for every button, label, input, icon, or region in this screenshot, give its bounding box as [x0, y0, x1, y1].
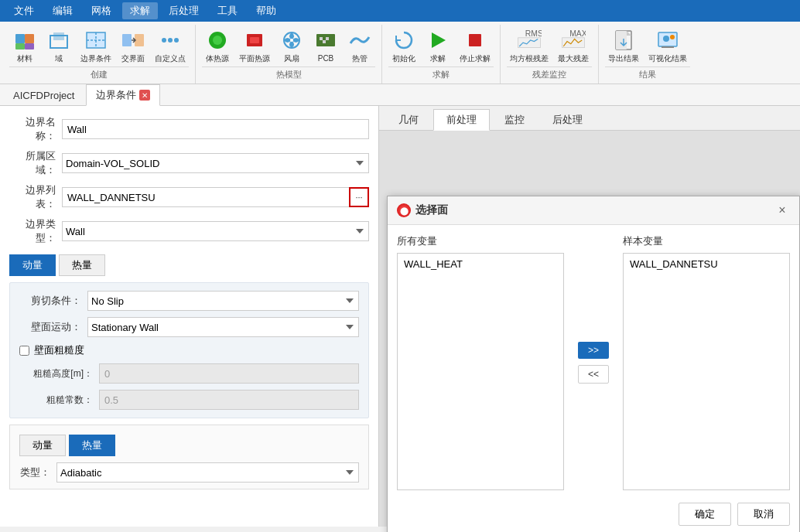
tab-momentum-bottom[interactable]: 动量	[19, 435, 66, 456]
menu-solve[interactable]: 求解	[122, 2, 158, 19]
backward-button[interactable]: <<	[578, 365, 609, 384]
ribbon-icon-plane-heat[interactable]: 平面热源	[236, 26, 273, 65]
shear-select[interactable]: No Slip	[87, 291, 359, 311]
menu-tools[interactable]: 工具	[210, 2, 245, 19]
svg-rect-0	[15, 34, 25, 43]
list-label: 边界列表：	[9, 183, 56, 211]
ribbon-icon-rms[interactable]: RMS 均方根残差	[507, 26, 552, 65]
ribbon-icon-material[interactable]: 材料	[9, 26, 40, 65]
dialog-right-listbox[interactable]: WALL_DANNETSU	[623, 253, 790, 490]
type-select[interactable]: Wall	[62, 221, 369, 241]
ribbon-icon-stop[interactable]: 停止求解	[456, 26, 494, 65]
ribbon-group-thermal: 体热源 平面热源	[196, 25, 382, 84]
dialog-list-item-wall-dannetsu[interactable]: WALL_DANNETSU	[627, 257, 786, 271]
menu-file[interactable]: 文件	[6, 2, 42, 19]
svg-rect-2	[15, 43, 25, 49]
right-tab-monitor[interactable]: 监控	[491, 109, 538, 130]
ribbon-icon-pcb[interactable]: PCB	[310, 26, 341, 65]
roughness-checkbox-row: 壁面粗糙度	[19, 343, 359, 357]
menu-postprocess[interactable]: 后处理	[161, 2, 207, 19]
ribbon-group-create: 材料 域	[3, 25, 196, 84]
tab-momentum-top[interactable]: 动量	[9, 254, 56, 276]
dialog-list-item-wall-heat[interactable]: WALL_HEAT	[401, 257, 560, 271]
ribbon-icon-domain[interactable]: 域	[43, 26, 74, 65]
svg-rect-22	[326, 37, 329, 40]
forward-button[interactable]: >>	[578, 342, 609, 359]
ribbon-group-label-thermal: 热模型	[202, 66, 375, 82]
svg-point-19	[290, 39, 293, 42]
name-row: 边界名称：	[9, 115, 369, 143]
dialog-left-label: 所有变量	[397, 234, 564, 248]
right-tab-preprocess[interactable]: 前处理	[433, 109, 490, 131]
ribbon-label-visualize: 可视化结果	[648, 54, 687, 63]
tab-heat-bottom[interactable]: 热量	[69, 435, 115, 456]
menu-help[interactable]: 帮助	[248, 2, 284, 19]
roughness-checkbox[interactable]	[19, 346, 29, 356]
type2-label: 类型：	[19, 466, 50, 479]
list-input[interactable]	[62, 187, 349, 207]
ribbon-label-custom: 自定义点	[155, 54, 186, 63]
right-tab-geometry[interactable]: 几何	[385, 109, 432, 130]
ribbon-icon-fan[interactable]: 风扇	[276, 26, 307, 65]
type2-row: 类型： Adiabatic	[19, 462, 359, 483]
main-content: 边界名称： 所属区域： Domain-VOL_SOLID 边界列表： ··· 边…	[0, 106, 800, 527]
svg-rect-17	[250, 37, 259, 43]
dialog-title-left: ⬤ 选择面	[397, 203, 448, 217]
ribbon-icon-solve[interactable]: 求解	[422, 26, 453, 65]
ribbon-label-rms: 均方根残差	[510, 54, 549, 63]
confirm-button[interactable]: 确定	[679, 503, 731, 526]
ribbon-label-init: 初始化	[392, 54, 415, 63]
ribbon-label-export: 导出结果	[608, 54, 639, 63]
ribbon-label-interface: 交界面	[121, 54, 145, 63]
dialog-close-button[interactable]: ×	[774, 203, 790, 218]
ribbon-icon-volume-heat[interactable]: 体热源	[202, 26, 233, 65]
name-input[interactable]	[62, 119, 369, 139]
ribbon-icon-boundary[interactable]: 边界条件	[77, 26, 115, 65]
ribbon-icon-visualize[interactable]: 可视化结果	[645, 26, 690, 65]
right-tab-postprocess[interactable]: 后处理	[539, 109, 596, 130]
ribbon-icon-custom[interactable]: 自定义点	[152, 26, 189, 65]
roughness-height-row: 粗糙高度[m]：	[19, 363, 359, 384]
ribbon-label-boundary: 边界条件	[80, 54, 111, 63]
ribbon-group-label-residual: 残差监控	[507, 66, 592, 82]
ribbon-label-stop: 停止求解	[460, 54, 491, 63]
tab-close-button[interactable]: ✕	[139, 90, 150, 101]
ribbon-label-domain: 域	[55, 54, 63, 63]
svg-point-35	[670, 35, 675, 39]
ribbon-icon-export[interactable]: 导出结果	[605, 26, 642, 65]
svg-point-11	[162, 38, 166, 43]
ribbon-icon-interface[interactable]: 交界面	[118, 26, 149, 65]
type2-select[interactable]: Adiabatic	[56, 462, 359, 483]
wall-motion-select[interactable]: Stationary Wall	[87, 317, 359, 337]
roughness-height-input[interactable]	[99, 363, 359, 384]
domain-select[interactable]: Domain-VOL_SOLID	[62, 153, 369, 173]
svg-point-13	[174, 38, 179, 43]
svg-rect-1	[25, 34, 34, 43]
dialog-icon: ⬤	[397, 203, 411, 217]
ribbon-group-label-create: 创建	[9, 66, 189, 82]
svg-point-12	[168, 38, 173, 43]
roughness-const-input[interactable]	[99, 390, 359, 410]
ribbon-icon-init[interactable]: 初始化	[388, 26, 419, 65]
ellipsis-button[interactable]: ···	[349, 187, 369, 207]
ribbon-group-result: 导出结果 可视化结果 结果	[599, 25, 696, 84]
svg-rect-25	[469, 34, 481, 46]
menu-edit[interactable]: 编辑	[45, 2, 80, 19]
ribbon-label-fan: 风扇	[284, 54, 299, 63]
menu-grid[interactable]: 网格	[84, 2, 119, 19]
svg-rect-31	[616, 31, 627, 49]
type-row: 边界类型： Wall	[9, 217, 369, 245]
dialog-title: 选择面	[415, 203, 448, 217]
cancel-button[interactable]: 取消	[737, 503, 790, 526]
ribbon-icon-heat-pipe[interactable]: 热管	[344, 26, 375, 65]
tab-aicfd-project[interactable]: AICFDProject	[3, 84, 84, 105]
tab-heat-top[interactable]: 热量	[59, 254, 105, 276]
dialog-columns: 所有变量 WALL_HEAT >> << 样本变量 WALL_DANNETSU	[397, 234, 790, 490]
roughness-const-label: 粗糙常数：	[19, 394, 93, 407]
ribbon-label-max: 最大残差	[558, 54, 589, 63]
roughness-height-label: 粗糙高度[m]：	[19, 367, 93, 380]
dialog-left-listbox[interactable]: WALL_HEAT	[397, 253, 564, 490]
svg-point-34	[663, 36, 669, 42]
tab-boundary-condition[interactable]: 边界条件 ✕	[86, 84, 160, 106]
ribbon-icon-max[interactable]: MAX 最大残差	[555, 26, 592, 65]
